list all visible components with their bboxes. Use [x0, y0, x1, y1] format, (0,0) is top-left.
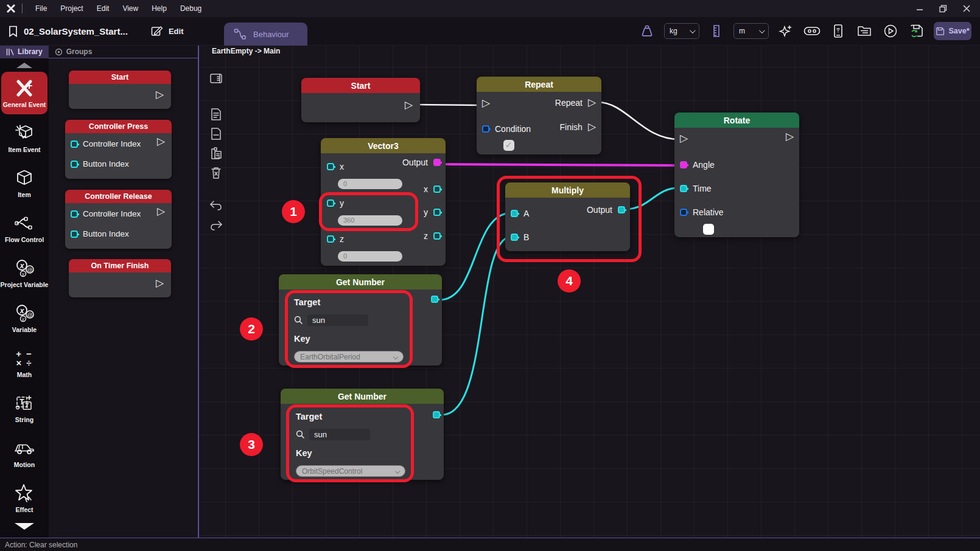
scroll-up-icon[interactable] — [16, 63, 32, 68]
sidebar-item-string[interactable]: TT String — [1, 387, 47, 429]
svg-text:x: x — [19, 262, 25, 270]
x-value-field[interactable]: 0 — [338, 179, 402, 189]
port-label: x — [340, 162, 344, 172]
exec-out-pin[interactable]: ▷ — [588, 122, 596, 132]
output-port-y[interactable] — [433, 209, 441, 216]
menu-debug[interactable]: Debug — [173, 4, 208, 13]
copy-button[interactable] — [208, 106, 225, 122]
condition-checkbox[interactable] — [503, 140, 514, 151]
sidebar-item-label: General Event — [3, 101, 46, 108]
sidebar-item-project-variable[interactable]: x@y Project Variable — [1, 252, 47, 294]
file-manager-button[interactable] — [855, 22, 873, 40]
menu-help[interactable]: Help — [145, 4, 173, 13]
sidebar-item-general-event[interactable]: General Event — [1, 72, 47, 114]
length-unit-select[interactable]: m — [733, 23, 769, 39]
paste-button[interactable] — [208, 145, 225, 161]
palette-node-controller-press[interactable]: Controller Press ▷ Controller Index Butt… — [65, 120, 172, 179]
tab-library[interactable]: Library — [0, 46, 49, 58]
exec-in-pin[interactable]: ▷ — [680, 133, 688, 144]
node-rotate[interactable]: Rotate ▷ ▷ Angle Time Relative — [674, 113, 799, 237]
output-port[interactable] — [433, 159, 441, 166]
z-value-field[interactable]: 0 — [338, 251, 402, 262]
chevron-down-icon — [690, 27, 696, 33]
exec-out-pin[interactable]: ▷ — [405, 100, 413, 110]
annotation-rect-2 — [285, 290, 413, 368]
output-port-x[interactable] — [433, 185, 441, 193]
graph-canvas[interactable]: EarthEmpty -> Main — [199, 46, 980, 538]
node-header: Controller Press — [65, 120, 172, 133]
sidebar-item-item[interactable]: Item — [1, 162, 47, 204]
sidebar-item-label: Variable — [12, 326, 37, 333]
save-sync-button[interactable] — [908, 22, 926, 40]
palette-node-start[interactable]: Start ▷ — [69, 71, 171, 109]
sidebar-item-label: Effect — [15, 506, 33, 513]
input-port[interactable] — [71, 230, 78, 238]
output-port[interactable] — [433, 411, 440, 418]
exec-out-pin[interactable]: ▷ — [157, 206, 165, 217]
palette-node-controller-release[interactable]: Controller Release ▷ Controller Index Bu… — [65, 190, 172, 249]
library-add-button[interactable] — [208, 71, 225, 87]
sidebar-item-label: Motion — [14, 461, 35, 468]
input-port[interactable] — [71, 210, 78, 218]
output-port[interactable] — [431, 296, 438, 303]
exec-out-pin[interactable]: ▷ — [786, 131, 794, 142]
exec-out-pin[interactable]: ▷ — [156, 89, 164, 100]
length-icon — [707, 22, 726, 40]
delete-button[interactable] — [208, 165, 225, 181]
svg-text:@: @ — [27, 267, 32, 273]
exec-out-pin[interactable]: ▷ — [588, 97, 596, 108]
wire-start-to-repeat — [416, 105, 480, 105]
node-repeat[interactable]: Repeat ▷ Repeat▷ Finish▷ Condition — [477, 77, 601, 154]
scroll-down-icon[interactable] — [15, 523, 34, 530]
controller-button[interactable] — [803, 22, 821, 40]
menu-file[interactable]: File — [29, 4, 54, 13]
chevron-down-icon — [759, 27, 765, 33]
project-title: 02_SolarSystem_Start... — [9, 26, 128, 37]
edit-button[interactable]: Edit — [151, 26, 184, 36]
play-button[interactable] — [881, 22, 900, 40]
minimize-button[interactable] — [916, 5, 923, 12]
output-port-z[interactable] — [433, 232, 441, 240]
redo-button[interactable] — [208, 218, 225, 234]
relative-checkbox[interactable] — [703, 224, 714, 235]
svg-text:y: y — [21, 272, 24, 277]
tab-groups[interactable]: Groups — [49, 46, 99, 58]
wire-getnumber2-to-b — [441, 237, 511, 415]
port-label: Controller Index — [83, 139, 141, 148]
menu-view[interactable]: View — [116, 4, 145, 13]
undo-button[interactable] — [208, 198, 225, 213]
input-port-relative[interactable] — [680, 209, 687, 216]
project-variable-icon: x@y — [14, 258, 35, 279]
node-start[interactable]: Start ▷ — [301, 78, 420, 122]
sidebar-item-effect[interactable]: Effect — [1, 477, 47, 519]
input-port-time[interactable] — [680, 185, 687, 192]
input-port[interactable] — [71, 161, 78, 168]
tab-behaviour[interactable]: Behaviour — [224, 23, 307, 46]
exec-out-pin[interactable]: ▷ — [157, 136, 165, 147]
input-port-angle[interactable] — [680, 161, 687, 168]
exec-out-pin[interactable]: ▷ — [156, 278, 164, 288]
motion-icon — [13, 438, 35, 459]
mass-unit-select[interactable]: kg — [664, 23, 699, 39]
save-button[interactable]: Save* — [934, 22, 971, 40]
close-button[interactable] — [963, 5, 970, 12]
input-port-condition[interactable] — [482, 125, 489, 133]
sidebar-item-math[interactable]: + −× ÷ Math — [1, 342, 47, 384]
menu-edit[interactable]: Edit — [90, 4, 116, 13]
device-preview-button[interactable] — [829, 22, 847, 40]
restore-button[interactable] — [939, 5, 947, 13]
annotation-rect-3 — [286, 404, 414, 482]
input-port-z[interactable] — [327, 235, 334, 243]
sidebar-item-flow-control[interactable]: Flow Control — [1, 207, 47, 249]
input-port[interactable] — [71, 140, 78, 148]
palette-node-on-timer-finish[interactable]: On Timer Finish ▷ — [69, 259, 171, 297]
menu-project[interactable]: Project — [54, 4, 89, 13]
input-port-x[interactable] — [327, 163, 334, 170]
sidebar-item-item-event[interactable]: Item Event — [1, 117, 47, 159]
sidebar-item-variable[interactable]: x@y Variable — [1, 297, 47, 339]
sidebar-item-motion[interactable]: Motion — [1, 432, 47, 474]
item-event-icon — [15, 123, 34, 144]
exec-in-pin[interactable]: ▷ — [482, 98, 490, 108]
sparkle-button[interactable] — [777, 22, 795, 40]
cut-button[interactable] — [208, 126, 225, 142]
